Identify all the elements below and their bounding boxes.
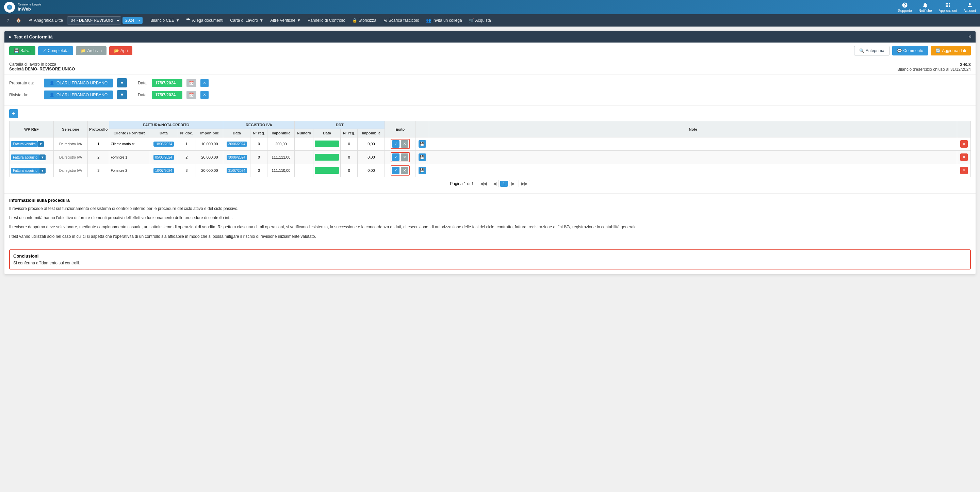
preparata-date: 17/07/2024 xyxy=(152,79,182,87)
panel-header: ● Test di Conformità × xyxy=(5,31,975,43)
altre-button[interactable]: Altre Verifiche ▼ xyxy=(267,17,304,24)
row-protocollo: 1 xyxy=(88,137,109,151)
esito-x-button[interactable]: ✕ xyxy=(401,153,408,161)
row-type-dropdown[interactable]: ▼ xyxy=(38,141,44,147)
row-type-label: Fattura vendita xyxy=(11,141,38,147)
esito-x-button[interactable]: ✕ xyxy=(401,140,408,148)
esito-highlight: ✓ ✕ xyxy=(391,139,410,149)
notifications-button[interactable]: Notifiche xyxy=(919,2,932,13)
row-imponibile-reg: 111.111,00 xyxy=(267,151,295,164)
logo-icon xyxy=(4,2,15,13)
row-ddt-color xyxy=(315,140,339,147)
esito-highlight: ✓ ✕ xyxy=(391,166,410,175)
year-select[interactable]: 2024 xyxy=(123,17,143,24)
support-button[interactable]: Supporto xyxy=(898,2,912,13)
refresh-icon: 🔄 xyxy=(935,48,940,53)
row-data: 18/06/2024 xyxy=(153,142,174,146)
row-numero xyxy=(295,151,313,164)
col-esito: Esito xyxy=(385,121,415,137)
col-ndoc: N° doc. xyxy=(177,129,196,137)
row-save-button[interactable]: 💾 xyxy=(418,153,426,161)
col-imponibile: Imponibile xyxy=(196,129,223,137)
allega-button[interactable]: Allega documenti xyxy=(184,17,226,24)
rivista-calendar-button[interactable]: 📅 xyxy=(186,91,196,99)
home-button[interactable]: 🏠 xyxy=(13,17,24,24)
save-icon: 💾 xyxy=(14,48,19,53)
esito-x-button[interactable]: ✕ xyxy=(401,167,408,174)
account-button[interactable]: Account xyxy=(964,2,976,13)
anagrafica-button[interactable]: Anagrafica Ditte xyxy=(25,17,66,24)
row-imponibile: 10.000,00 xyxy=(196,137,223,151)
logo-area: Revisione Legale inWeb xyxy=(4,2,41,13)
apri-button[interactable]: 📂 Apri xyxy=(109,46,132,55)
test-conformita-panel: ● Test di Conformità × 💾 Salva ✓ Complet… xyxy=(4,30,976,275)
row-selezione: Da registro IVA xyxy=(54,151,88,164)
panel-title: ● Test di Conformità xyxy=(8,34,53,40)
storicizza-button[interactable]: 🔒 Storicizza xyxy=(350,17,379,24)
row-imponibile-reg: 200,00 xyxy=(267,137,295,151)
esito-check-button[interactable]: ✓ xyxy=(392,153,399,161)
col-numero: Numero xyxy=(295,129,313,137)
conclusioni-section: Conclusioni Si conferma affidamento sui … xyxy=(9,249,971,269)
row-data-reg: 30/06/2024 xyxy=(227,155,247,160)
row-protocollo: 2 xyxy=(88,151,109,164)
row-delete-button[interactable]: ✕ xyxy=(960,140,968,148)
help-button[interactable]: ? xyxy=(4,17,12,24)
col-note: Note xyxy=(429,121,957,137)
row-delete-button[interactable]: ✕ xyxy=(960,153,968,161)
company-select-wrapper[interactable]: 04 - DEMO- REVISORI xyxy=(67,16,121,24)
acquista-button[interactable]: 🛒 Acquista xyxy=(466,17,494,24)
row-note xyxy=(429,137,957,151)
completata-button[interactable]: ✓ Completata xyxy=(38,46,73,55)
applications-button[interactable]: Applicazioni xyxy=(939,2,956,13)
save-button[interactable]: 💾 Salva xyxy=(9,46,35,55)
year-select-wrapper[interactable]: 2024 xyxy=(123,17,143,24)
top-nav-right: Supporto Notifiche Applicazioni Account xyxy=(898,2,976,13)
carta-button[interactable]: Carta di Lavoro ▼ xyxy=(227,17,266,24)
info-section: Informazioni sulla procedura Il revisore… xyxy=(5,193,975,247)
page-1-button[interactable]: 1 xyxy=(500,181,508,187)
page-first-button[interactable]: ◀◀ xyxy=(478,180,489,187)
rivista-dropdown[interactable]: ▼ xyxy=(117,90,127,99)
esito-check-button[interactable]: ✓ xyxy=(392,140,399,148)
pannello-button[interactable]: Pannello di Controllo xyxy=(305,17,348,24)
row-ndoc: 2 xyxy=(177,151,196,164)
esito-check-button[interactable]: ✓ xyxy=(392,167,399,174)
row-save-button[interactable]: 💾 xyxy=(418,140,426,148)
commento-button[interactable]: 💬 Commento xyxy=(892,46,928,56)
anteprima-button[interactable]: 🔍 Anteprima xyxy=(854,46,889,56)
table-row: Fattura vendita ▼ Da registro IVA 1 Clie… xyxy=(10,137,971,151)
col-nreg-ddt: N° reg. xyxy=(340,129,358,137)
row-data: 05/06/2024 xyxy=(153,155,174,160)
scarica-button[interactable]: 🖨 Scarica fascicolo xyxy=(380,17,422,24)
page-next-button[interactable]: ▶ xyxy=(509,180,517,187)
preparata-date-clear-button[interactable]: ✕ xyxy=(200,79,208,87)
preparata-dropdown[interactable]: ▼ xyxy=(117,78,127,88)
row-cliente: Fornitore 2 xyxy=(109,164,150,177)
archivia-button[interactable]: 📁 Archivia xyxy=(76,46,107,55)
invita-button[interactable]: 👥 Invita un collega xyxy=(423,17,465,24)
row-save-button[interactable]: 💾 xyxy=(418,167,426,174)
preparata-calendar-button[interactable]: 📅 xyxy=(186,79,196,87)
company-select[interactable]: 04 - DEMO- REVISORI xyxy=(67,16,121,24)
prepara-section: Preparata da: 👤 OLARU FRANCO URBANO ▼ Da… xyxy=(5,75,975,106)
pagination: Pagina 1 di 1 ◀◀ ◀ 1 ▶ ▶▶ xyxy=(9,177,971,190)
toolbar-right: 🔍 Anteprima 💬 Commento 🔄 Aggiorna dati xyxy=(854,46,971,56)
table-section: + xyxy=(5,106,975,193)
row-nreg-ddt: 0 xyxy=(340,137,358,151)
row-type-dropdown[interactable]: ▼ xyxy=(40,154,46,160)
panel-close-button[interactable]: × xyxy=(969,34,972,40)
page-prev-button[interactable]: ◀ xyxy=(491,180,499,187)
preparata-user-button[interactable]: 👤 OLARU FRANCO URBANO xyxy=(44,79,113,88)
col-imponibile-ddt: Imponibile xyxy=(358,129,385,137)
aggiorna-button[interactable]: 🔄 Aggiorna dati xyxy=(931,46,971,56)
bilancio-button[interactable]: Bilancio CEE ▼ xyxy=(148,17,182,24)
add-row-button[interactable]: + xyxy=(9,109,18,118)
rivista-date-clear-button[interactable]: ✕ xyxy=(200,91,208,99)
rivista-user-button[interactable]: 👤 OLARU FRANCO URBANO xyxy=(44,91,113,99)
page-last-button[interactable]: ▶▶ xyxy=(519,180,530,187)
row-type-dropdown[interactable]: ▼ xyxy=(40,168,46,174)
row-numero xyxy=(295,137,313,151)
row-delete-button[interactable]: ✕ xyxy=(960,167,968,174)
row-selezione: Da registro IVA xyxy=(54,137,88,151)
